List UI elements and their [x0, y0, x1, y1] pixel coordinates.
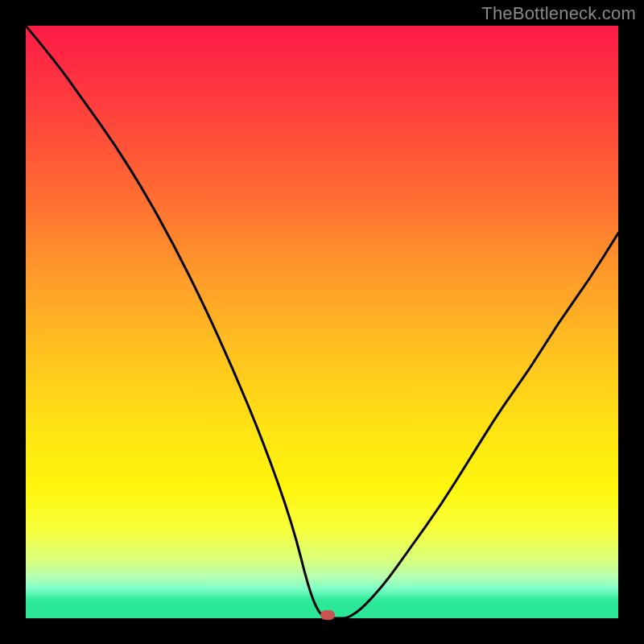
curve-path	[26, 26, 618, 618]
watermark-text: TheBottleneck.com	[481, 3, 636, 24]
bottleneck-curve	[26, 26, 618, 618]
chart-plot-area	[26, 26, 618, 618]
optimal-point-marker	[320, 610, 335, 620]
chart-frame: TheBottleneck.com	[0, 0, 644, 644]
